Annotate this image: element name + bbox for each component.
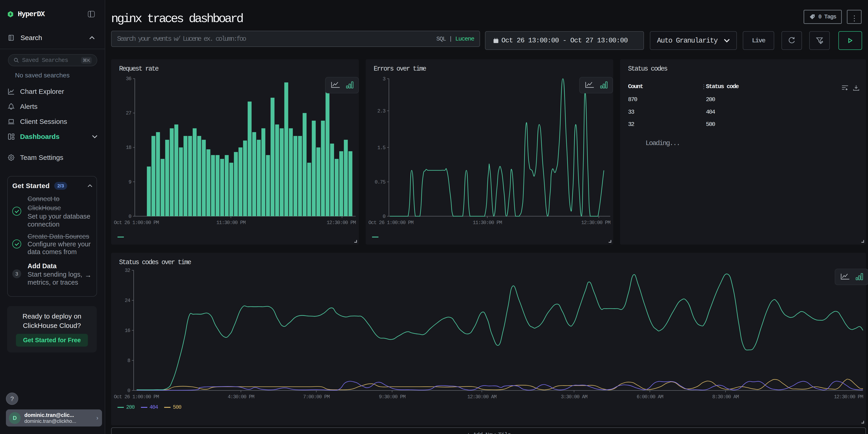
svg-text:0: 0: [127, 388, 130, 394]
svg-text:12:30:00 PM: 12:30:00 PM: [327, 220, 356, 226]
svg-text:12:30:00 AM: 12:30:00 AM: [467, 394, 496, 400]
svg-text:0: 0: [382, 214, 385, 219]
svg-text:Oct 26 1:00:00 PM: Oct 26 1:00:00 PM: [368, 220, 413, 226]
svg-text:8: 8: [127, 358, 130, 364]
svg-text:6:00:00 AM: 6:00:00 AM: [637, 394, 663, 400]
svg-text:11:30:00 PM: 11:30:00 PM: [216, 220, 245, 226]
svg-text:32: 32: [125, 268, 130, 274]
svg-text:9: 9: [128, 179, 131, 185]
svg-text:27: 27: [126, 111, 131, 116]
svg-text:3:30:00 AM: 3:30:00 AM: [561, 394, 587, 400]
svg-text:8:30:00 AM: 8:30:00 AM: [712, 394, 739, 400]
svg-text:Oct 26 1:00:00 PM: Oct 26 1:00:00 PM: [114, 394, 159, 400]
svg-text:9:30:00 PM: 9:30:00 PM: [379, 394, 405, 400]
svg-text:12:30:00 PM: 12:30:00 PM: [834, 394, 863, 400]
svg-text:2.3: 2.3: [377, 108, 385, 114]
svg-text:1.5: 1.5: [377, 145, 385, 151]
svg-text:0.75: 0.75: [375, 179, 385, 185]
svg-text:12:30:00 PM: 12:30:00 PM: [581, 220, 610, 226]
svg-text:16: 16: [125, 328, 130, 334]
svg-text:4:30:00 PM: 4:30:00 PM: [228, 394, 254, 400]
svg-text:18: 18: [126, 145, 131, 151]
svg-text:0: 0: [128, 214, 131, 219]
svg-text:Oct 26 1:00:00 PM: Oct 26 1:00:00 PM: [114, 220, 159, 226]
svg-text:11:30:00 PM: 11:30:00 PM: [473, 220, 502, 226]
svg-text:3: 3: [382, 76, 385, 82]
svg-text:24: 24: [125, 298, 130, 304]
svg-text:7:00:00 PM: 7:00:00 PM: [303, 394, 330, 400]
svg-text:36: 36: [126, 76, 131, 82]
